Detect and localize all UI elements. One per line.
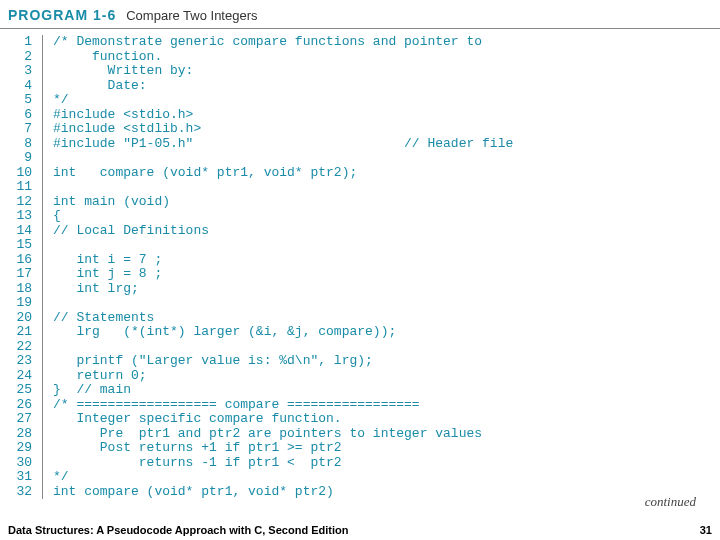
program-header: PROGRAM 1-6 Compare Two Integers [0, 0, 720, 29]
code-line: } // main [53, 383, 513, 398]
line-number: 30 [4, 456, 32, 471]
code-line: int lrg; [53, 282, 513, 297]
code-line [53, 340, 513, 355]
line-number: 5 [4, 93, 32, 108]
code-line [53, 151, 513, 166]
code-line: int compare (void* ptr1, void* ptr2) [53, 485, 513, 500]
code-line: Date: [53, 79, 513, 94]
line-number: 21 [4, 325, 32, 340]
line-number: 25 [4, 383, 32, 398]
code-line: int compare (void* ptr1, void* ptr2); [53, 166, 513, 181]
line-number-gutter: 1234567891011121314151617181920212223242… [4, 35, 43, 499]
code-line: #include <stdlib.h> [53, 122, 513, 137]
line-number: 2 [4, 50, 32, 65]
code-line: /* ================== compare ==========… [53, 398, 513, 413]
line-number: 6 [4, 108, 32, 123]
line-number: 12 [4, 195, 32, 210]
program-label: PROGRAM 1-6 [8, 7, 116, 23]
line-number: 26 [4, 398, 32, 413]
page-footer: Data Structures: A Pseudocode Approach w… [8, 524, 712, 536]
program-title: Compare Two Integers [126, 8, 257, 23]
line-number: 16 [4, 253, 32, 268]
code-line: returns -1 if ptr1 < ptr2 [53, 456, 513, 471]
code-line: // Local Definitions [53, 224, 513, 239]
code-body: /* Demonstrate generic compare functions… [43, 35, 513, 499]
line-number: 8 [4, 137, 32, 152]
code-line: int j = 8 ; [53, 267, 513, 282]
line-number: 31 [4, 470, 32, 485]
code-line: int i = 7 ; [53, 253, 513, 268]
line-number: 22 [4, 340, 32, 355]
code-line [53, 296, 513, 311]
line-number: 3 [4, 64, 32, 79]
line-number: 17 [4, 267, 32, 282]
code-line: /* Demonstrate generic compare functions… [53, 35, 513, 50]
line-number: 20 [4, 311, 32, 326]
line-number: 10 [4, 166, 32, 181]
line-number: 32 [4, 485, 32, 500]
line-number: 24 [4, 369, 32, 384]
line-number: 7 [4, 122, 32, 137]
line-number: 19 [4, 296, 32, 311]
line-number: 29 [4, 441, 32, 456]
code-line: { [53, 209, 513, 224]
code-line: Post returns +1 if ptr1 >= ptr2 [53, 441, 513, 456]
line-number: 9 [4, 151, 32, 166]
code-line: Pre ptr1 and ptr2 are pointers to intege… [53, 427, 513, 442]
code-line: lrg (*(int*) larger (&i, &j, compare)); [53, 325, 513, 340]
line-number: 28 [4, 427, 32, 442]
code-line: return 0; [53, 369, 513, 384]
line-number: 4 [4, 79, 32, 94]
line-number: 15 [4, 238, 32, 253]
line-number: 1 [4, 35, 32, 50]
continued-label: continued [645, 494, 696, 510]
book-title: Data Structures: A Pseudocode Approach w… [8, 524, 348, 536]
line-number: 13 [4, 209, 32, 224]
code-line: #include "P1-05.h" // Header file [53, 137, 513, 152]
code-line: #include <stdio.h> [53, 108, 513, 123]
page-number: 31 [700, 524, 712, 536]
code-line [53, 238, 513, 253]
code-line: int main (void) [53, 195, 513, 210]
code-line: // Statements [53, 311, 513, 326]
line-number: 18 [4, 282, 32, 297]
code-line: function. [53, 50, 513, 65]
code-line: Integer specific compare function. [53, 412, 513, 427]
code-listing: 1234567891011121314151617181920212223242… [0, 29, 720, 499]
code-line: */ [53, 470, 513, 485]
code-line: Written by: [53, 64, 513, 79]
line-number: 27 [4, 412, 32, 427]
code-line: */ [53, 93, 513, 108]
code-line: printf ("Larger value is: %d\n", lrg); [53, 354, 513, 369]
line-number: 23 [4, 354, 32, 369]
code-line [53, 180, 513, 195]
line-number: 11 [4, 180, 32, 195]
line-number: 14 [4, 224, 32, 239]
